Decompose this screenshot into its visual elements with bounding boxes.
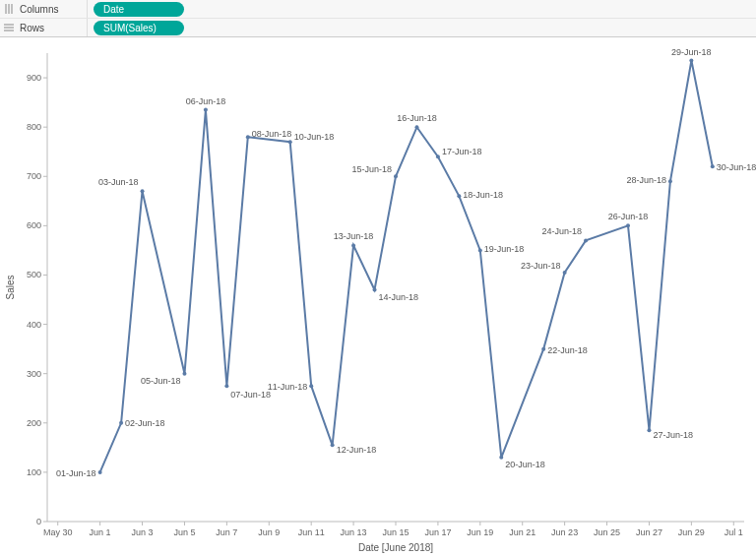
y-tick-label: 200 <box>27 418 41 428</box>
data-point-label: 12-Jun-18 <box>337 445 377 455</box>
data-point-label: 30-Jun-18 <box>717 162 756 172</box>
data-point[interactable] <box>394 174 398 178</box>
data-point[interactable] <box>626 223 630 227</box>
shelf-area: Columns Date Rows SUM(Sales) <box>0 0 756 37</box>
data-point-label: 20-Jun-18 <box>505 460 545 469</box>
data-point[interactable] <box>224 384 228 388</box>
x-tick-label: Jun 3 <box>132 527 154 537</box>
data-point-label: 16-Jun-18 <box>397 113 437 123</box>
data-point-label: 19-Jun-18 <box>484 244 525 254</box>
data-point-label: 13-Jun-18 <box>334 231 374 241</box>
columns-icon <box>0 3 18 15</box>
data-point-label: 23-Jun-18 <box>521 261 561 271</box>
data-point-label: 15-Jun-18 <box>351 164 392 174</box>
data-point[interactable] <box>331 443 335 447</box>
data-point-label: 22-Jun-18 <box>547 345 588 355</box>
data-point-label: 29-Jun-18 <box>671 47 712 57</box>
data-point[interactable] <box>309 384 313 388</box>
data-point-label: 10-Jun-18 <box>294 132 335 142</box>
data-point-label: 06-Jun-18 <box>186 96 226 106</box>
data-point-label: 05-Jun-18 <box>141 376 181 386</box>
data-point[interactable] <box>584 238 588 242</box>
data-point[interactable] <box>457 194 461 198</box>
data-point[interactable] <box>499 456 503 460</box>
chart-area: 0100200300400500600700800900May 30Jun 1J… <box>0 37 756 555</box>
data-point-label: 24-Jun-18 <box>542 226 583 236</box>
x-tick-label: Jun 7 <box>216 527 237 537</box>
y-tick-label: 0 <box>36 517 41 526</box>
data-point-label: 17-Jun-18 <box>442 147 482 156</box>
x-tick-label: Jun 11 <box>298 527 325 537</box>
columns-shelf-label: Columns <box>18 0 88 18</box>
data-point-label: 14-Jun-18 <box>379 292 419 302</box>
x-tick-label: Jun 23 <box>551 527 578 537</box>
y-tick-label: 400 <box>27 320 41 330</box>
data-point[interactable] <box>351 243 355 247</box>
data-point-label: 01-Jun-18 <box>56 468 96 478</box>
data-point-label: 28-Jun-18 <box>626 175 666 185</box>
data-point[interactable] <box>141 189 145 193</box>
data-point[interactable] <box>647 428 651 432</box>
x-tick-label: Jun 1 <box>90 527 111 537</box>
data-point[interactable] <box>204 108 208 112</box>
y-tick-label: 800 <box>27 122 41 132</box>
data-point[interactable] <box>288 140 292 144</box>
data-point[interactable] <box>373 288 377 292</box>
data-point-label: 27-Jun-18 <box>653 430 693 440</box>
data-point[interactable] <box>563 271 567 275</box>
y-tick-label: 700 <box>27 171 41 181</box>
data-point[interactable] <box>478 248 482 252</box>
line-chart: 0100200300400500600700800900May 30Jun 1J… <box>0 37 756 555</box>
x-tick-label: Jun 9 <box>258 527 280 537</box>
y-tick-label: 900 <box>27 73 41 83</box>
x-tick-label: Jun 19 <box>467 527 493 537</box>
x-tick-label: Jul 1 <box>724 527 743 537</box>
data-point-label: 03-Jun-18 <box>98 177 139 187</box>
x-tick-label: Jun 17 <box>424 527 451 537</box>
x-tick-label: Jun 29 <box>678 527 705 537</box>
data-point[interactable] <box>98 470 102 474</box>
data-point[interactable] <box>668 179 672 183</box>
rows-pill[interactable]: SUM(Sales) <box>94 21 184 35</box>
data-point[interactable] <box>541 347 545 351</box>
y-tick-label: 500 <box>27 270 41 279</box>
columns-pill[interactable]: Date <box>94 2 184 17</box>
data-point[interactable] <box>436 154 440 158</box>
data-point-label: 26-Jun-18 <box>608 212 649 221</box>
data-point-label: 18-Jun-18 <box>463 190 503 200</box>
x-tick-label: Jun 25 <box>594 527 620 537</box>
y-tick-label: 300 <box>27 369 41 379</box>
rows-icon <box>0 22 18 33</box>
data-point-label: 08-Jun-18 <box>252 129 292 139</box>
x-axis-title: Date [June 2018] <box>358 542 433 553</box>
columns-shelf[interactable]: Columns Date <box>0 0 756 18</box>
x-tick-label: May 30 <box>43 527 73 537</box>
x-tick-label: Jun 21 <box>509 527 536 537</box>
data-point[interactable] <box>711 164 715 168</box>
data-point[interactable] <box>119 421 123 425</box>
data-point-label: 11-Jun-18 <box>268 382 308 392</box>
data-point-label: 07-Jun-18 <box>230 390 271 400</box>
y-axis-title: Sales <box>5 275 16 299</box>
data-point[interactable] <box>246 135 250 139</box>
rows-shelf-label: Rows <box>18 19 88 36</box>
data-point[interactable] <box>182 372 186 376</box>
x-tick-label: Jun 27 <box>636 527 662 537</box>
x-tick-label: Jun 13 <box>341 527 367 537</box>
x-tick-label: Jun 15 <box>382 527 409 537</box>
data-point[interactable] <box>414 125 418 129</box>
y-tick-label: 600 <box>27 220 41 230</box>
data-point[interactable] <box>689 59 693 63</box>
y-tick-label: 100 <box>27 467 41 477</box>
x-tick-label: Jun 5 <box>173 527 195 537</box>
data-point-label: 02-Jun-18 <box>125 418 165 428</box>
rows-shelf[interactable]: Rows SUM(Sales) <box>0 18 756 36</box>
